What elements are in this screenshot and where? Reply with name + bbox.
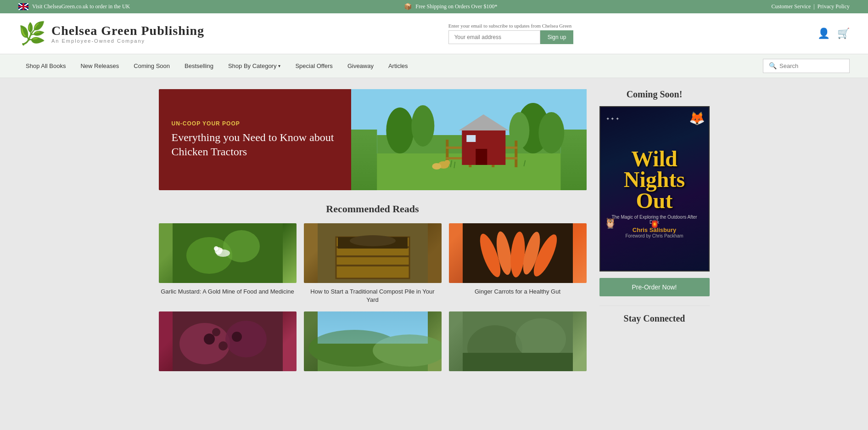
sidebar-divider bbox=[599, 306, 710, 306]
rec-img-carrots bbox=[449, 223, 587, 283]
svg-point-30 bbox=[216, 249, 230, 257]
uk-link-area[interactable]: Visit ChelseaGreen.co.uk to order in the… bbox=[18, 3, 130, 10]
privacy-policy-link[interactable]: Privacy Policy bbox=[818, 3, 850, 10]
chevron-down-icon: ▾ bbox=[278, 63, 280, 68]
main-wrapper: UN-COOP YOUR POOP Everything you Need to… bbox=[140, 89, 728, 385]
navigation: Shop All Books New Releases Coming Soon … bbox=[0, 54, 868, 78]
hero-image-side bbox=[351, 89, 587, 190]
rec-title-compost: How to Start a Traditional Compost Pile … bbox=[304, 288, 442, 304]
hero-text-side: UN-COOP YOUR POOP Everything you Need to… bbox=[159, 89, 351, 190]
uk-flag-icon bbox=[18, 3, 28, 10]
landscape-img-svg bbox=[304, 311, 442, 371]
recommended-reads-section: Recommended Reads Ga bbox=[159, 203, 587, 376]
nav-new-releases[interactable]: New Releases bbox=[73, 54, 126, 78]
book-title-wild: Wild bbox=[624, 148, 685, 170]
account-button[interactable]: 👤 bbox=[818, 28, 830, 40]
rec-title-garlic: Garlic Mustard: A Gold Mine of Food and … bbox=[159, 288, 297, 296]
nav-giveaway[interactable]: Giveaway bbox=[340, 54, 381, 78]
search-icon: 🔍 bbox=[769, 62, 777, 70]
header-right: Enter your email to subscribe to updates… bbox=[448, 23, 574, 44]
nav-links: Shop All Books New Releases Coming Soon … bbox=[18, 54, 415, 78]
svg-rect-11 bbox=[515, 141, 517, 167]
customer-service-link[interactable]: Customer Service bbox=[772, 3, 811, 10]
rec-card-mixed[interactable] bbox=[449, 311, 587, 376]
logo-area[interactable]: 🌿 Chelsea Green Publishing An Employee-O… bbox=[18, 21, 204, 46]
compost-img-svg bbox=[304, 223, 442, 283]
recommended-grid: Garlic Mustard: A Gold Mine of Food and … bbox=[159, 223, 587, 376]
hero-banner[interactable]: UN-COOP YOUR POOP Everything you Need to… bbox=[159, 89, 587, 190]
book-title-nights: Nights bbox=[624, 169, 685, 190]
signup-button[interactable]: Sign up bbox=[540, 30, 574, 44]
svg-point-6 bbox=[509, 112, 529, 149]
separator: | bbox=[813, 3, 814, 10]
svg-rect-16 bbox=[476, 149, 487, 165]
svg-point-37 bbox=[350, 235, 396, 246]
svg-point-47 bbox=[204, 334, 215, 345]
carrots-img-svg bbox=[449, 223, 587, 283]
nav-shop-all-books[interactable]: Shop All Books bbox=[18, 54, 73, 78]
svg-point-19 bbox=[444, 160, 450, 165]
recommended-reads-title: Recommended Reads bbox=[159, 203, 587, 215]
rec-card-garlic[interactable]: Garlic Mustard: A Gold Mine of Food and … bbox=[159, 223, 297, 304]
svg-point-50 bbox=[212, 328, 220, 336]
cart-icon: 🛒 bbox=[837, 28, 850, 39]
coop-scene bbox=[351, 89, 587, 190]
nav-special-offers[interactable]: Special Offers bbox=[288, 54, 340, 78]
sidebar: Coming Soon! 🦊 🦉 🏮 ✦ ✦ ✦ Wild Nights Out… bbox=[599, 89, 710, 385]
book-cover-wild-nights[interactable]: 🦊 🦉 🏮 ✦ ✦ ✦ Wild Nights Out The Magic of… bbox=[599, 106, 710, 272]
stars-decoration: ✦ ✦ ✦ bbox=[606, 116, 619, 121]
nav-shop-by-category[interactable]: Shop By Category ▾ bbox=[221, 54, 288, 78]
svg-point-49 bbox=[232, 332, 242, 342]
lantern-icon: 🏮 bbox=[650, 219, 660, 229]
search-input[interactable] bbox=[779, 62, 844, 69]
shipping-text: Free Shipping on Orders Over $100* bbox=[415, 3, 497, 10]
preorder-button[interactable]: Pre-Order Now! bbox=[599, 278, 710, 296]
svg-point-46 bbox=[225, 321, 267, 357]
policy-links[interactable]: Customer Service | Privacy Policy bbox=[772, 3, 850, 10]
svg-point-5 bbox=[538, 112, 564, 153]
header: 🌿 Chelsea Green Publishing An Employee-O… bbox=[0, 13, 868, 54]
book-title-block: Wild Nights Out bbox=[624, 148, 685, 211]
site-subtitle: An Employee-Owned Company bbox=[51, 38, 204, 44]
rec-img-mixed bbox=[449, 311, 587, 371]
dropbox-icon: 📦 bbox=[404, 3, 412, 11]
rec-card-landscape[interactable] bbox=[304, 311, 442, 376]
fox-icon: 🦊 bbox=[689, 111, 705, 126]
svg-point-26 bbox=[223, 230, 260, 262]
stay-connected-title: Stay Connected bbox=[599, 313, 710, 324]
rec-img-compost bbox=[304, 223, 442, 283]
search-area[interactable]: 🔍 bbox=[763, 59, 850, 73]
coming-soon-title: Coming Soon! bbox=[599, 89, 710, 100]
svg-rect-59 bbox=[463, 353, 573, 371]
rec-card-compost[interactable]: How to Start a Traditional Compost Pile … bbox=[304, 223, 442, 304]
svg-rect-55 bbox=[318, 311, 428, 344]
nav-bestselling[interactable]: Bestselling bbox=[177, 54, 221, 78]
svg-rect-35 bbox=[336, 265, 409, 266]
uk-link[interactable]: Visit ChelseaGreen.co.uk to order in the… bbox=[32, 3, 130, 10]
hero-subtitle: UN-COOP YOUR POOP bbox=[172, 120, 338, 127]
book-foreword: Foreword by Chris Packham bbox=[625, 233, 683, 238]
owl-icon: 🦉 bbox=[604, 217, 616, 229]
email-subscribe-area: Enter your email to subscribe to updates… bbox=[448, 23, 574, 44]
rec-card-berries[interactable] bbox=[159, 311, 297, 376]
nav-coming-soon[interactable]: Coming Soon bbox=[126, 54, 177, 78]
rec-img-garlic bbox=[159, 223, 297, 283]
content-area: UN-COOP YOUR POOP Everything you Need to… bbox=[159, 89, 587, 385]
garlic-img-svg bbox=[159, 223, 297, 283]
cart-button[interactable]: 🛒 bbox=[837, 28, 850, 40]
top-bar: Visit ChelseaGreen.co.uk to order in the… bbox=[0, 0, 868, 13]
person-icon: 👤 bbox=[818, 28, 830, 39]
svg-point-20 bbox=[432, 163, 441, 170]
svg-point-3 bbox=[411, 105, 434, 147]
rec-img-berries bbox=[159, 311, 297, 371]
book-title-out: Out bbox=[624, 190, 685, 211]
email-form: Sign up bbox=[448, 30, 574, 44]
rec-card-carrots[interactable]: Ginger Carrots for a Healthy Gut bbox=[449, 223, 587, 304]
nav-articles[interactable]: Articles bbox=[381, 54, 415, 78]
rec-title-carrots: Ginger Carrots for a Healthy Gut bbox=[449, 288, 587, 296]
email-label: Enter your email to subscribe to updates… bbox=[448, 23, 572, 28]
logo-text: Chelsea Green Publishing An Employee-Own… bbox=[51, 23, 204, 44]
shipping-info: 📦 Free Shipping on Orders Over $100* bbox=[404, 3, 497, 11]
email-input[interactable] bbox=[448, 30, 540, 44]
coop-svg bbox=[351, 89, 587, 190]
